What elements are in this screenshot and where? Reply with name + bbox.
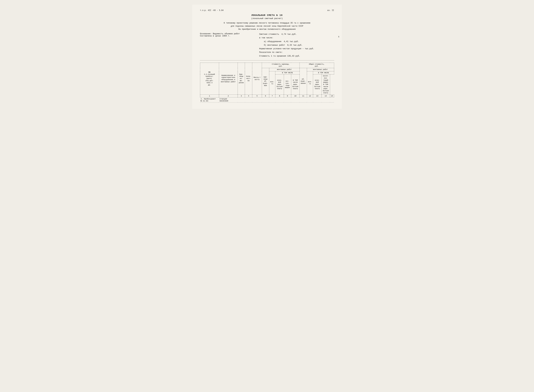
col-header-12: об-рудо-вания	[299, 68, 307, 95]
col-header-15: экспл-зуа-тациймашинВ ТОМчислезара-ботно…	[321, 75, 330, 95]
col-header-11: В ТОМчислезара-ботнойплаты	[291, 75, 299, 95]
col-num-15: 15	[330, 95, 334, 97]
col-num-14: 14	[321, 95, 330, 97]
col-num-2: 2	[219, 95, 238, 97]
cell-1-7	[269, 97, 275, 103]
table-row: I. Прейскурант№ 21-03 СтанцияНАСОСНАЯ	[200, 97, 334, 103]
col-group-stoimost: Стоимость единицы,руб.	[262, 63, 299, 68]
left-ref: т.л.р. 4II -03 - 5.84	[200, 9, 224, 12]
col-num-9: 9	[284, 95, 291, 97]
right-ref: аз. II	[327, 9, 334, 12]
cell-1-9	[284, 97, 291, 103]
oborudovanie-value: 4,41 тыс.руб.	[284, 41, 299, 43]
description-line3: На приобретение и монтаж поливочного обо…	[200, 28, 334, 31]
smetnaya-stoimost-label: Сметная стоимость	[259, 33, 279, 35]
cell-1-3	[238, 97, 245, 103]
oborudovanie-label: а) оборудование	[264, 41, 282, 43]
col-header-2: Наименование ихарактеристикаоборудования…	[219, 63, 238, 95]
col-header-6: еди-ницаоб-рудо-мая	[262, 68, 269, 95]
col-header-8: все-го	[269, 71, 275, 95]
col-sub-v-tom-chisle-1: В ТОМ ЧИСЛЕ	[275, 71, 299, 75]
pokazateli-label: Показатели по смете:	[259, 51, 334, 54]
title-main: ЛОКАЛЬНАЯ СМЕТА № 10	[200, 14, 334, 17]
v-tom-chisle-label: в том числе:	[259, 36, 334, 40]
cell-1-5	[252, 97, 262, 103]
description-line2: для подзоны смешанных лесов лесной зоны …	[200, 25, 334, 28]
col-header-10: экс-хуа-тацимашин	[284, 75, 291, 95]
smetnaya-stoimost-value: 4,74 тыс.руб.	[281, 33, 297, 35]
page-side-mark: §	[338, 36, 340, 38]
stoimost-label: Стоимость 1 га орошения 135,43 руб.	[259, 55, 334, 58]
col-num-7: 7	[269, 95, 275, 97]
col-num-5: 5	[252, 95, 262, 97]
cell-1-2: СтанцияНАСОСНАЯ	[219, 97, 238, 103]
cell-1-12	[307, 97, 313, 103]
col-num-3: 3	[238, 95, 245, 97]
osnование-label: Основание: Ведомость объемов работ	[200, 33, 250, 35]
normativnaya-label: Нормативная условно-чистая продукция – т…	[259, 47, 334, 51]
cell-1-15	[330, 97, 334, 103]
montazh-label: б) монтажных работ	[264, 44, 285, 46]
col-header-1: №№п.п.позицийпрейску-ранта,УСН,цен-ника …	[200, 63, 219, 95]
cell-1-1: I. Прейскурант№ 21-03	[200, 97, 219, 103]
col-num-13: 13	[313, 95, 321, 97]
col-num-10: 10	[291, 95, 299, 97]
col-subgroup-montazh2: монтажных работ	[307, 68, 334, 71]
cell-1-13	[313, 97, 321, 103]
col-num-4: 4	[245, 95, 252, 97]
cell-1-14	[321, 97, 330, 103]
cell-1-10	[291, 97, 299, 103]
cell-1-8	[275, 97, 284, 103]
main-table: №№п.п.позицийпрейску-ранта,УСН,цен-ника …	[200, 63, 334, 103]
col-num-12: 12	[307, 95, 313, 97]
col-num-6: 6	[262, 95, 269, 97]
col-header-9: осно-войзара-ботнойплаты	[275, 75, 284, 95]
col-header-4: Коли-чест-во	[245, 63, 252, 95]
cell-1-6	[262, 97, 269, 103]
col-subgroup-montazh1: монтажных работ	[269, 68, 299, 71]
sostavlena-label: Составлена в ценах 1984 г.	[200, 35, 250, 37]
cell-1-11	[299, 97, 307, 103]
col-group-obshchaya: Общая стоимость,руб.	[299, 63, 334, 68]
col-header-14: осно-войзара-ботнойплаты	[313, 75, 321, 95]
title-sub: (локальный сметный расчет)	[200, 17, 334, 20]
description-line1: К типовому проектному решению лесного пи…	[200, 22, 334, 25]
col-header-3: Еди-ницаиз-ме-рения	[238, 63, 245, 95]
cell-1-4	[245, 97, 252, 103]
col-header-13: все-го	[307, 71, 313, 95]
col-num-1: 1	[200, 95, 219, 97]
col-sub-v-tom-chisle-2: В ТОМ ЧИСЛЕ	[313, 71, 334, 75]
col-header-5: Масса,тнетто	[252, 63, 262, 95]
col-num-11: 11	[299, 95, 307, 97]
col-num-8: 8	[275, 95, 284, 97]
montazh-value: 0,33 тыс.руб.	[287, 44, 303, 46]
